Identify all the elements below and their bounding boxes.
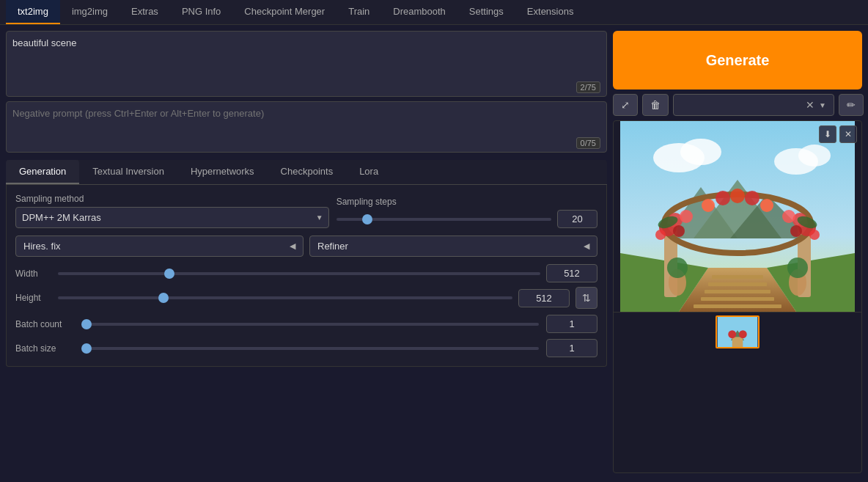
height-row: Height	[15, 289, 570, 307]
tab-settings[interactable]: Settings	[457, 0, 515, 24]
batch-size-section: Batch size	[15, 339, 597, 357]
sampling-steps-input[interactable]	[557, 210, 597, 228]
swap-dimensions-button[interactable]: ⇅	[575, 287, 597, 309]
settings-panel: Sampling method DPM++ 2M Karras Euler a …	[6, 185, 607, 367]
tab-img2img[interactable]: img2img	[60, 0, 119, 24]
refiner-toggle[interactable]: Refiner ◀	[309, 235, 597, 257]
hires-fix-toggle[interactable]: Hires. fix ◀	[15, 235, 304, 257]
width-section: Width Height ⇅	[15, 264, 597, 309]
tab-generation[interactable]: Generation	[6, 160, 79, 184]
hires-fix-label: Hires. fix	[23, 241, 61, 252]
negative-prompt-box: 0/75	[6, 101, 607, 153]
svg-point-26	[716, 191, 730, 205]
svg-rect-7	[705, 290, 770, 293]
negative-prompt-input[interactable]	[7, 102, 606, 146]
action-row: ⤢ 🗑 ✕ ▼ ✏	[613, 94, 862, 116]
svg-rect-42	[732, 337, 743, 347]
tab-hypernetworks[interactable]: Hypernetworks	[177, 160, 268, 184]
trash-icon: 🗑	[650, 99, 661, 111]
sampling-method-select-wrapper: DPM++ 2M Karras Euler a Euler LMS Heun	[15, 207, 329, 228]
clear-extra-button[interactable]: ✕	[803, 99, 817, 111]
svg-point-43	[728, 330, 736, 338]
tab-textual-inversion[interactable]: Textual Inversion	[79, 160, 177, 184]
batch-count-section: Batch count	[15, 315, 597, 333]
positive-prompt-box: beautiful scene 2/75	[6, 31, 607, 97]
batch-count-input[interactable]	[546, 315, 597, 333]
svg-point-18	[680, 210, 693, 223]
svg-point-29	[760, 199, 773, 212]
svg-point-27	[730, 189, 745, 203]
tab-train[interactable]: Train	[336, 0, 381, 24]
svg-point-25	[702, 199, 715, 212]
tab-extras[interactable]: Extras	[119, 0, 170, 24]
svg-rect-5	[712, 275, 763, 279]
sub-tabs: Generation Textual Inversion Hypernetwor…	[6, 160, 607, 185]
generate-button[interactable]: Generate	[613, 31, 862, 90]
tab-lora[interactable]: Lora	[346, 160, 391, 184]
trash-button[interactable]: 🗑	[642, 94, 669, 116]
svg-point-22	[790, 225, 802, 237]
close-image-button[interactable]: ✕	[839, 125, 857, 143]
positive-token-count: 2/75	[576, 81, 600, 93]
svg-point-39	[787, 258, 808, 278]
sampling-steps-slider-row	[336, 210, 597, 228]
extra-dropdown-arrow-icon[interactable]: ▼	[817, 101, 828, 109]
tab-extensions[interactable]: Extensions	[515, 0, 586, 24]
svg-point-28	[745, 191, 760, 205]
height-input[interactable]	[518, 289, 570, 307]
svg-point-24	[809, 230, 820, 240]
height-slider[interactable]	[58, 296, 512, 299]
right-panel: Generate ⤢ 🗑 ✕ ▼ ✏ ⬇ ✕	[613, 31, 862, 473]
extra-network-dropdown: ✕ ▼	[673, 94, 834, 116]
svg-point-19	[655, 230, 666, 240]
width-label: Width	[15, 269, 52, 279]
width-input[interactable]	[546, 264, 597, 282]
svg-point-44	[739, 330, 747, 338]
refiner-arrow-icon: ◀	[584, 241, 589, 251]
expand-icon: ⤢	[621, 99, 630, 111]
tab-checkpoint-merger[interactable]: Checkpoint Merger	[232, 0, 336, 24]
refiner-label: Refiner	[317, 241, 348, 252]
height-label: Height	[15, 293, 52, 303]
extra-network-input[interactable]	[680, 100, 803, 111]
svg-rect-8	[701, 297, 774, 301]
sampling-steps-slider[interactable]	[336, 218, 551, 221]
sampling-row: Sampling method DPM++ 2M Karras Euler a …	[15, 194, 597, 228]
tab-png-info[interactable]: PNG Info	[170, 0, 232, 24]
svg-point-35	[798, 145, 831, 167]
tab-txt2img[interactable]: txt2img	[6, 0, 60, 24]
svg-rect-6	[708, 282, 767, 286]
thumbnail-item[interactable]	[716, 315, 760, 348]
width-row: Width	[15, 264, 597, 282]
tab-dreambooth[interactable]: Dreambooth	[381, 0, 457, 24]
width-slider[interactable]	[58, 272, 540, 275]
svg-point-38	[667, 258, 688, 278]
batch-size-input[interactable]	[546, 339, 597, 357]
svg-point-17	[673, 225, 685, 237]
positive-prompt-input[interactable]: beautiful scene	[7, 32, 606, 90]
svg-point-23	[782, 210, 795, 223]
toggle-row: Hires. fix ◀ Refiner ◀	[15, 235, 597, 257]
sampling-method-label: Sampling method	[15, 194, 329, 204]
main-content: beautiful scene 2/75 0/75 Generation Tex…	[0, 25, 868, 479]
sampling-steps-col: Sampling steps	[336, 197, 597, 228]
expand-button[interactable]: ⤢	[613, 94, 638, 116]
generated-image	[614, 121, 861, 312]
batch-count-slider[interactable]	[81, 323, 539, 326]
sampling-method-col: Sampling method DPM++ 2M Karras Euler a …	[15, 194, 329, 228]
image-toolbar: ⬇ ✕	[819, 125, 857, 143]
svg-rect-9	[694, 304, 781, 308]
svg-point-33	[680, 139, 721, 165]
hires-fix-arrow-icon: ◀	[290, 241, 295, 251]
pencil-icon: ✏	[847, 99, 856, 111]
pencil-button[interactable]: ✏	[839, 94, 864, 116]
batch-size-slider[interactable]	[81, 347, 539, 350]
tab-checkpoints[interactable]: Checkpoints	[268, 160, 347, 184]
negative-token-count: 0/75	[576, 137, 600, 149]
thumbnail-strip	[614, 312, 861, 351]
top-nav: txt2img img2img Extras PNG Info Checkpoi…	[0, 0, 868, 25]
sampling-method-select[interactable]: DPM++ 2M Karras Euler a Euler LMS Heun	[15, 207, 329, 228]
sampling-steps-label: Sampling steps	[336, 197, 597, 207]
download-image-button[interactable]: ⬇	[819, 125, 836, 143]
image-panel: ⬇ ✕	[613, 120, 862, 473]
